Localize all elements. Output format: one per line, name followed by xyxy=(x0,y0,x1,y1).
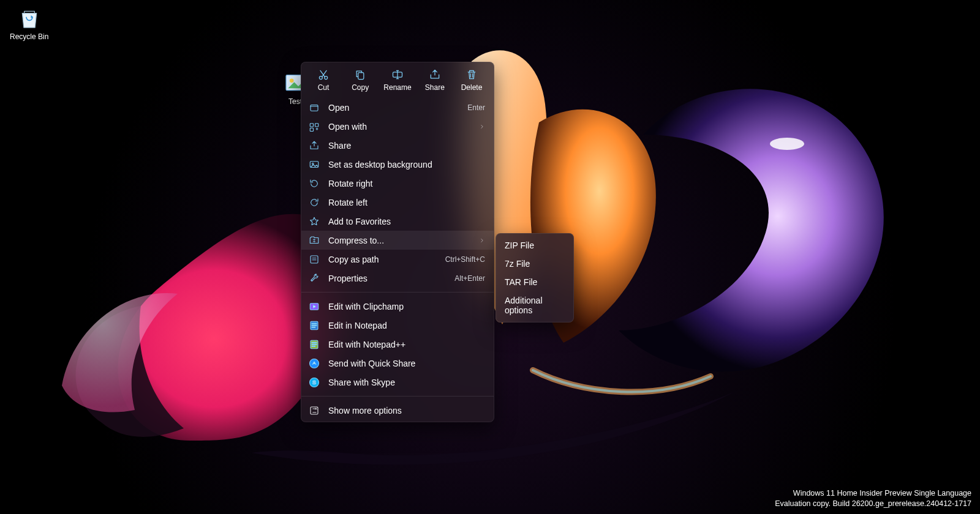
openwith-icon xyxy=(309,121,320,132)
context-menu-top-row: Cut Copy Rename Share Delete xyxy=(301,62,494,96)
svg-rect-20 xyxy=(312,342,317,343)
svg-point-12 xyxy=(312,163,314,164)
desktop-icon-label: Test xyxy=(288,97,302,106)
menu-item-label: Edit in Notepad xyxy=(328,321,485,330)
menu-item-accelerator: Enter xyxy=(467,103,485,112)
chevron-right-icon xyxy=(479,236,485,245)
context-menu: Cut Copy Rename Share Delete OpenEnterOp… xyxy=(301,62,494,422)
menu-app-item-skype[interactable]: SShare with Skype xyxy=(301,373,494,392)
menu-item-label: Share with Skype xyxy=(328,378,485,387)
svg-rect-9 xyxy=(315,123,318,126)
menu-item-props[interactable]: PropertiesAlt+Enter xyxy=(301,269,494,288)
skype-icon: S xyxy=(309,377,320,388)
fav-icon xyxy=(309,216,320,227)
share-icon xyxy=(309,140,320,151)
svg-rect-5 xyxy=(358,73,364,80)
menu-item-label: Edit with Notepad++ xyxy=(328,340,485,349)
desktop[interactable]: Recycle Bin Test Cut Copy Rename Share xyxy=(0,0,980,514)
menu-item-compress[interactable]: Compress to... xyxy=(301,231,494,250)
desktop-icon-label: Recycle Bin xyxy=(10,32,48,41)
rename-label: Rename xyxy=(383,83,411,92)
rotl-icon xyxy=(309,197,320,208)
svg-point-0 xyxy=(770,138,804,150)
svg-rect-16 xyxy=(312,323,317,324)
submenu-item-1[interactable]: 7z File xyxy=(496,255,573,273)
svg-rect-13 xyxy=(311,256,318,263)
menu-item-label: Rotate left xyxy=(328,198,485,207)
menu-item-label: Set as desktop background xyxy=(328,160,485,169)
cut-button[interactable]: Cut xyxy=(306,66,341,95)
copypath-icon xyxy=(309,254,320,265)
cut-label: Cut xyxy=(318,83,330,92)
menu-item-label: Share xyxy=(328,141,485,151)
context-menu-more: Show more options xyxy=(301,399,494,422)
compress-icon xyxy=(309,235,320,246)
rename-button[interactable]: Rename xyxy=(380,66,415,95)
menu-item-label: Compress to... xyxy=(328,236,470,245)
menu-item-label: Open with xyxy=(328,122,470,132)
clip-icon xyxy=(309,301,320,312)
delete-button[interactable]: Delete xyxy=(454,66,489,95)
show-more-options[interactable]: Show more options xyxy=(301,401,494,420)
npp-icon xyxy=(309,339,320,350)
more-options-icon xyxy=(309,405,320,416)
svg-rect-17 xyxy=(312,325,317,326)
copy-label: Copy xyxy=(352,83,369,92)
menu-item-label: Open xyxy=(328,103,459,113)
svg-point-2 xyxy=(290,79,294,83)
context-menu-app-items: Edit with ClipchampEdit in NotepadEdit w… xyxy=(301,295,494,393)
menu-item-label: Send with Quick Share xyxy=(328,359,485,368)
submenu-item-2[interactable]: TAR File xyxy=(496,273,573,291)
svg-rect-22 xyxy=(312,346,315,346)
recycle-bin-icon xyxy=(17,6,42,31)
menu-app-item-np[interactable]: Edit in Notepad xyxy=(301,316,494,335)
watermark-line-2: Evaluation copy. Build 26200.ge_prerelea… xyxy=(775,499,971,509)
menu-item-label: Edit with Clipchamp xyxy=(328,302,485,311)
svg-rect-18 xyxy=(312,327,315,327)
menu-item-open[interactable]: OpenEnter xyxy=(301,98,494,117)
rotr-icon xyxy=(309,178,320,189)
open-icon xyxy=(309,102,320,113)
menu-item-rotr[interactable]: Rotate right xyxy=(301,174,494,193)
menu-item-label: Show more options xyxy=(328,406,485,415)
props-icon xyxy=(309,273,320,284)
np-icon xyxy=(309,320,320,331)
qshare-icon xyxy=(309,358,320,369)
menu-item-share[interactable]: Share xyxy=(301,136,494,155)
menu-item-accelerator: Alt+Enter xyxy=(454,274,485,283)
svg-rect-8 xyxy=(310,123,313,126)
menu-item-label: Rotate right xyxy=(328,179,485,188)
delete-label: Delete xyxy=(461,83,483,92)
menu-app-item-npp[interactable]: Edit with Notepad++ xyxy=(301,335,494,354)
svg-text:S: S xyxy=(312,379,316,386)
share-button[interactable]: Share xyxy=(418,66,452,95)
desktop-icon-recycle-bin[interactable]: Recycle Bin xyxy=(6,4,52,43)
menu-app-item-clip[interactable]: Edit with Clipchamp xyxy=(301,297,494,316)
menu-item-fav[interactable]: Add to Favorites xyxy=(301,212,494,231)
menu-item-openwith[interactable]: Open with xyxy=(301,117,494,136)
watermark-line-1: Windows 11 Home Insider Preview Single L… xyxy=(775,488,971,499)
menu-item-label: Add to Favorites xyxy=(328,217,485,226)
menu-item-rotl[interactable]: Rotate left xyxy=(301,193,494,212)
menu-app-item-qshare[interactable]: Send with Quick Share xyxy=(301,354,494,373)
submenu-item-3[interactable]: Additional options xyxy=(496,291,573,319)
menu-separator xyxy=(301,292,494,292)
svg-rect-21 xyxy=(312,344,317,345)
share-label: Share xyxy=(425,83,445,92)
menu-item-setbg[interactable]: Set as desktop background xyxy=(301,155,494,174)
menu-separator xyxy=(301,396,494,397)
setbg-icon xyxy=(309,159,320,170)
compress-submenu: ZIP File7z FileTAR FileAdditional option… xyxy=(496,233,574,322)
menu-item-label: Copy as path xyxy=(328,255,437,264)
menu-item-accelerator: Ctrl+Shift+C xyxy=(445,255,485,264)
build-watermark: Windows 11 Home Insider Preview Single L… xyxy=(775,488,971,509)
chevron-right-icon xyxy=(479,122,485,132)
svg-rect-10 xyxy=(310,128,313,131)
copy-button[interactable]: Copy xyxy=(343,66,377,95)
svg-rect-7 xyxy=(311,105,318,111)
context-menu-items: OpenEnterOpen withShareSet as desktop ba… xyxy=(301,96,494,289)
menu-item-copypath[interactable]: Copy as pathCtrl+Shift+C xyxy=(301,250,494,269)
submenu-item-0[interactable]: ZIP File xyxy=(496,236,573,255)
menu-item-label: Properties xyxy=(328,274,446,283)
